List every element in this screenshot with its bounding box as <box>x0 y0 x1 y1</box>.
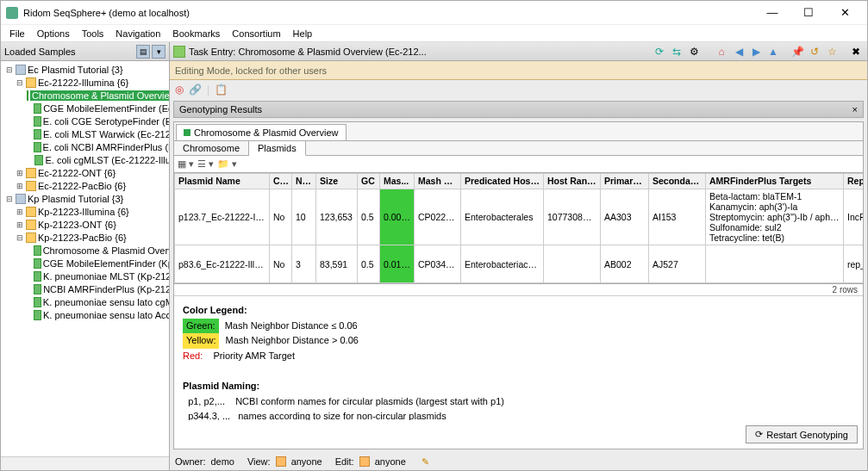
expand-icon[interactable]: ⊟ <box>4 65 14 74</box>
leaf-icon <box>34 103 41 114</box>
tree-item[interactable]: ⊞Kp-21223-Illumina {6} <box>1 205 169 218</box>
expand-icon[interactable]: ⊞ <box>15 182 24 190</box>
tree-item[interactable]: ⊟Kp-21223-PacBio {6} <box>1 231 169 244</box>
column-header[interactable]: GC <box>358 174 380 189</box>
column-header[interactable]: Nu... <box>292 174 316 189</box>
tree-item[interactable]: ⊟Ec-21222-Illumina {6} <box>1 76 169 89</box>
table-row[interactable]: p83.6_Ec-21222-IlluminaNo383,5910.50.014… <box>175 245 864 283</box>
expand-icon[interactable]: ⊟ <box>4 195 14 203</box>
close-button[interactable]: ✕ <box>827 4 862 22</box>
tree-item[interactable]: Chromosome & Plasmid Overview (Kp-212 <box>1 244 169 257</box>
sidebar-scroll-h[interactable] <box>1 456 169 470</box>
menu-help[interactable]: Help <box>288 27 318 40</box>
table-cell <box>544 245 601 283</box>
target-icon[interactable]: ◎ <box>175 84 184 96</box>
tree-item[interactable]: K. pneumoniae sensu lato cgMLST (Kp-21 <box>1 295 169 308</box>
tree-item[interactable]: K. pneumoniae MLST (Kp-21223-PacBio) <box>1 270 169 282</box>
tree-label: Ec-21222-ONT {6} <box>38 168 116 178</box>
tree-item[interactable]: CGE MobileElementFinder (Kp-21223-Pac <box>1 257 169 270</box>
tree-label: Kp-21223-Illumina {6} <box>38 207 129 217</box>
panel-close-icon[interactable]: × <box>852 104 858 115</box>
tool-favorite-icon[interactable]: ☆ <box>824 44 840 59</box>
column-header[interactable]: AMRFinderPlus Targets <box>706 174 844 189</box>
action-bar: ◎ 🔗 | 📋 <box>170 80 867 99</box>
tree-label: CGE MobileElementFinder (Ec-21222-Illu <box>43 103 169 114</box>
tree-label: E. coli NCBI AMRFinderPlus (Ec-21222-Ill… <box>43 142 169 152</box>
table-row[interactable]: p123.7_Ec-21222-IlluminaNo10123,6530.50.… <box>175 189 864 245</box>
tool-close-icon[interactable]: ✖ <box>848 44 864 59</box>
task-icon <box>173 46 185 58</box>
tool-wifi-icon[interactable]: ⇆ <box>669 44 684 59</box>
column-header[interactable]: Mash N... <box>415 174 461 189</box>
table-cell: AI153 <box>649 189 706 245</box>
menu-consortium[interactable]: Consortium <box>227 27 285 40</box>
column-header[interactable]: Cr... <box>270 174 292 189</box>
menu-navigation[interactable]: Navigation <box>110 27 165 40</box>
tool-refresh-icon[interactable]: ⟳ <box>652 44 667 59</box>
menu-options[interactable]: Options <box>32 27 75 40</box>
sidebar-dropdown-icon[interactable]: ▾ <box>152 45 165 59</box>
tree-item[interactable]: E. coli MLST Warwick (Ec-21222-Illumina) <box>1 127 169 140</box>
column-header[interactable]: Plasmid Name <box>175 174 270 189</box>
ctrl-list-icon[interactable]: ☰ ▾ <box>197 158 214 170</box>
expand-icon[interactable]: ⊞ <box>15 220 24 229</box>
column-header[interactable]: Mas... <box>380 174 415 189</box>
sidebar-filter-icon[interactable]: ▤ <box>136 45 150 59</box>
tab-chromosome[interactable]: Chromosome <box>174 141 249 155</box>
tool-left-icon[interactable]: ◀ <box>731 44 746 59</box>
tree-item[interactable]: E. coli NCBI AMRFinderPlus (Ec-21222-Ill… <box>1 140 169 153</box>
tree-item[interactable]: K. pneumoniae sensu lato Accessory (Kp- <box>1 308 169 321</box>
legend-red-label: Red: <box>183 350 203 361</box>
overview-tab[interactable]: Chromosome & Plasmid Overview <box>176 124 347 140</box>
menu-tools[interactable]: Tools <box>77 27 109 40</box>
column-header[interactable]: Host Rang... <box>544 174 601 189</box>
tree-item[interactable]: ⊞Ec-21222-ONT {6} <box>1 166 169 179</box>
tree-item[interactable]: ⊞Kp-21223-ONT {6} <box>1 218 169 231</box>
maximize-button[interactable]: ☐ <box>791 4 826 22</box>
plasmid-table-wrap[interactable]: Plasmid NameCr...Nu...SizeGCMas...Mash N… <box>174 173 863 284</box>
copy-icon[interactable]: 📋 <box>215 84 228 96</box>
expand-icon[interactable]: ⊞ <box>15 208 24 216</box>
tree-item[interactable]: E. coli CGE SerotypeFinder (Ec-21222-Ill… <box>1 115 169 127</box>
tool-right-icon[interactable]: ▶ <box>748 44 764 59</box>
column-header[interactable]: Rep Type(s) <box>844 174 864 189</box>
tree-item[interactable]: E. coli cgMLST (Ec-21222-Illumina) <box>1 153 169 166</box>
column-header[interactable]: Predicated Host ... <box>461 174 544 189</box>
restart-icon: ⟳ <box>755 429 763 440</box>
expand-icon[interactable]: ⊟ <box>15 78 24 87</box>
table-cell: Enterobacteriaceae <box>461 245 544 283</box>
table-cell: Enterobacterales <box>461 189 544 245</box>
expand-icon[interactable]: ⊟ <box>15 233 24 242</box>
tree-item[interactable]: ⊟Kp Plasmid Tutorial {3} <box>1 192 169 205</box>
restart-genotyping-button[interactable]: ⟳ Restart Genotyping <box>746 425 858 443</box>
sidebar-title: Loaded Samples <box>4 46 134 57</box>
tree-item[interactable]: ⊟Ec Plasmid Tutorial {3} <box>1 63 169 76</box>
table-cell: p123.7_Ec-21222-Illumina <box>175 189 270 245</box>
table-cell: Beta-lactam: blaTEM-1Kanamycin: aph(3')-… <box>706 189 844 245</box>
ctrl-folder-icon[interactable]: 📁 ▾ <box>217 158 237 170</box>
tree-item[interactable]: CGE MobileElementFinder (Ec-21222-Illu <box>1 102 169 115</box>
column-header[interactable]: Secondary ... <box>649 174 706 189</box>
tool-up-icon[interactable]: ▲ <box>765 44 781 59</box>
minimize-button[interactable]: — <box>755 4 790 22</box>
link-icon[interactable]: 🔗 <box>189 84 202 96</box>
inner-tabs: Chromosome Plasmids <box>174 141 863 156</box>
tool-gear-icon[interactable]: ⚙ <box>686 44 702 59</box>
expand-icon[interactable]: ⊞ <box>15 169 24 177</box>
ctrl-grid-icon[interactable]: ▦ ▾ <box>178 158 194 170</box>
tool-undo-icon[interactable]: ↺ <box>807 44 822 59</box>
folder-icon <box>26 207 36 217</box>
tree-label: Ec-21222-PacBio {6} <box>38 181 126 191</box>
pencil-icon[interactable]: ✎ <box>422 456 429 468</box>
menu-file[interactable]: File <box>4 27 30 40</box>
tool-home-icon[interactable]: ⌂ <box>714 44 729 59</box>
tree-item[interactable]: Chromosome & Plasmid Overview ( <box>1 89 169 102</box>
tool-pin-icon[interactable]: 📌 <box>790 44 805 59</box>
tree-item[interactable]: NCBI AMRFinderPlus (Kp-21223-PacBio) <box>1 282 169 295</box>
tree-item[interactable]: ⊞Ec-21222-PacBio {6} <box>1 179 169 192</box>
column-header[interactable]: Size <box>316 174 358 189</box>
column-header[interactable]: Primary ... <box>601 174 649 189</box>
sample-tree[interactable]: ⊟Ec Plasmid Tutorial {3}⊟Ec-21222-Illumi… <box>1 61 169 456</box>
menu-bookmarks[interactable]: Bookmarks <box>167 27 225 40</box>
tab-plasmids[interactable]: Plasmids <box>249 141 306 156</box>
